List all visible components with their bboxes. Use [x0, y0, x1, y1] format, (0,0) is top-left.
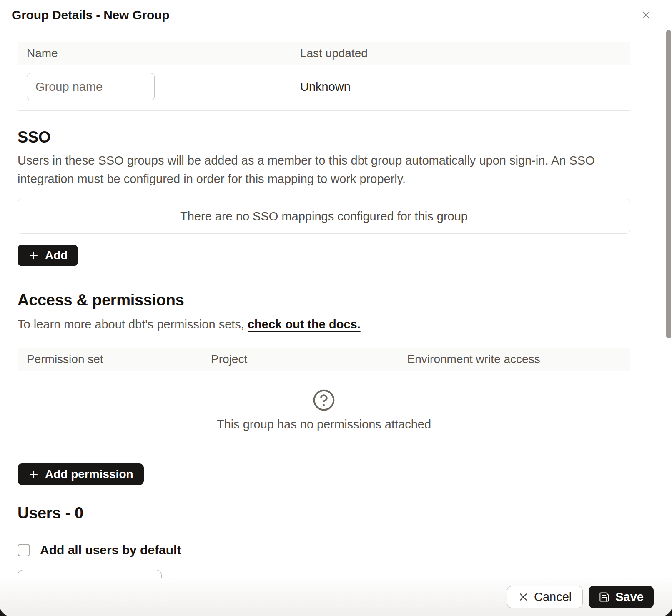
- sso-description: Users in these SSO groups will be added …: [18, 151, 630, 188]
- column-header-project: Project: [211, 353, 407, 366]
- permissions-empty-message: This group has no permissions attached: [217, 418, 431, 431]
- add-sso-button-label: Add: [45, 249, 68, 262]
- group-name-table: Name Last updated Unknown: [18, 42, 630, 111]
- users-heading: Users - 0: [18, 504, 630, 522]
- group-name-input[interactable]: [27, 73, 155, 100]
- add-permission-button-label: Add permission: [45, 468, 133, 481]
- permissions-description: To learn more about dbt's permission set…: [18, 315, 630, 333]
- plus-icon: [28, 250, 40, 261]
- column-header-permission-set: Permission set: [27, 353, 211, 366]
- column-header-name: Name: [27, 47, 300, 60]
- add-sso-mapping-button[interactable]: Add: [18, 245, 78, 266]
- close-button[interactable]: [638, 7, 654, 23]
- modal-header: Group Details - New Group: [0, 0, 672, 30]
- docs-link[interactable]: check out the docs.: [248, 318, 361, 331]
- save-button-label: Save: [615, 590, 644, 604]
- save-disk-icon: [599, 591, 610, 603]
- table-row: Unknown: [18, 65, 630, 110]
- modal-content: Name Last updated Unknown SSO Users in t…: [0, 30, 672, 597]
- permissions-heading: Access & permissions: [18, 291, 630, 309]
- add-all-users-row[interactable]: Add all users by default: [18, 543, 630, 557]
- vertical-scrollbar[interactable]: [666, 30, 671, 338]
- column-header-environment-write-access: Environment write access: [407, 353, 621, 366]
- permissions-table-header: Permission set Project Environment write…: [18, 348, 630, 371]
- permissions-empty-state: This group has no permissions attached: [18, 371, 630, 454]
- group-details-modal: Group Details - New Group Name Last upda…: [0, 0, 672, 616]
- sso-heading: SSO: [18, 128, 630, 146]
- modal-footer: Cancel Save: [0, 578, 672, 616]
- add-all-users-checkbox[interactable]: [18, 544, 30, 556]
- close-icon: [641, 10, 652, 20]
- sso-empty-state: There are no SSO mappings configured for…: [18, 199, 630, 234]
- help-circle-icon: [312, 388, 336, 412]
- modal-title: Group Details - New Group: [12, 8, 169, 22]
- save-button[interactable]: Save: [589, 586, 654, 608]
- sso-empty-message: There are no SSO mappings configured for…: [180, 210, 468, 223]
- permissions-table: Permission set Project Environment write…: [18, 348, 630, 454]
- group-name-table-header: Name Last updated: [18, 42, 630, 65]
- column-header-last-updated: Last updated: [300, 47, 621, 60]
- cancel-button-label: Cancel: [534, 590, 572, 604]
- add-permission-button[interactable]: Add permission: [18, 463, 144, 485]
- permissions-description-text: To learn more about dbt's permission set…: [18, 318, 248, 331]
- add-all-users-label: Add all users by default: [40, 543, 181, 557]
- last-updated-value: Unknown: [300, 80, 621, 94]
- plus-icon: [28, 468, 40, 480]
- cancel-button[interactable]: Cancel: [507, 586, 583, 608]
- x-icon: [518, 592, 529, 602]
